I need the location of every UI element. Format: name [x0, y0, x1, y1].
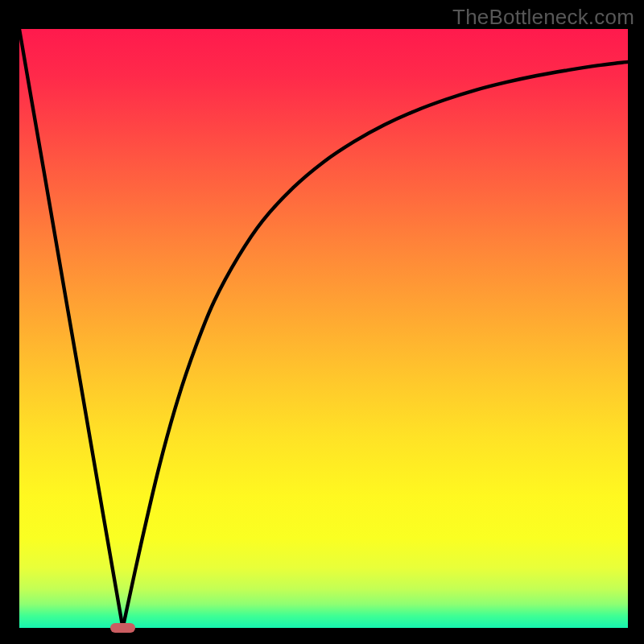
- curve-right-branch: [123, 62, 628, 628]
- chart-container: TheBottleneck.com: [0, 0, 644, 644]
- gradient-plot-area: [19, 29, 628, 628]
- curve-left-branch: [19, 29, 123, 628]
- watermark-text: TheBottleneck.com: [452, 5, 634, 30]
- bottleneck-curve-svg: [19, 29, 628, 628]
- curve-minimum-marker: [110, 623, 134, 633]
